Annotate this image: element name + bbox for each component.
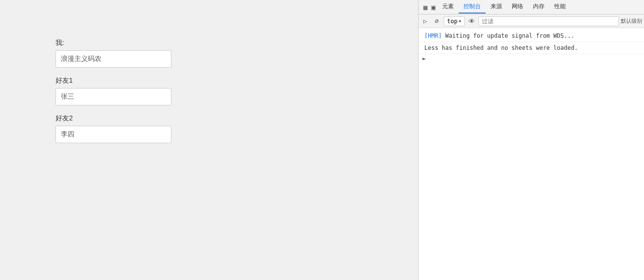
console-message-less: Less has finished and no sheets were loa… (419, 42, 644, 54)
friend2-label: 好友2 (56, 114, 418, 123)
clear-console-button[interactable]: ▷ (420, 16, 430, 26)
me-input[interactable]: 浪漫主义码农 (56, 50, 171, 68)
console-toolbar: ▷ ∅ top ▾ 👁 默认级别 (419, 15, 644, 28)
friend1-input[interactable]: 张三 (56, 88, 171, 105)
context-selector[interactable]: top ▾ (444, 16, 465, 26)
console-expand-arrow[interactable]: ► (419, 54, 644, 63)
less-message-text: Less has finished and no sheets were loa… (424, 44, 578, 51)
hmr-message-text: Waiting for update signal from WDS... (445, 32, 574, 39)
tab-performance[interactable]: 性能 (549, 0, 571, 14)
friend2-field-group: 好友2 李四 (56, 114, 418, 143)
me-field-group: 我: 浪漫主义码农 (56, 39, 418, 68)
friend1-label: 好友1 (56, 76, 418, 85)
devtools-panel: ▦ ▣ 元素 控制台 来源 网络 内存 性能 ▷ ∅ top ▾ 👁 默认级别 (418, 0, 644, 280)
inspect-icon[interactable]: ▣ (429, 2, 437, 12)
eye-button[interactable]: 👁 (467, 16, 476, 26)
friend2-input[interactable]: 李四 (56, 126, 171, 143)
tab-sources[interactable]: 来源 (486, 0, 507, 14)
context-value: top (447, 18, 458, 25)
chevron-down-icon: ▾ (459, 18, 462, 24)
filter-input[interactable] (478, 16, 619, 26)
tab-memory[interactable]: 内存 (528, 0, 549, 14)
sidebar-toggle-icon[interactable]: ▦ (421, 2, 429, 12)
tab-console[interactable]: 控制台 (459, 0, 486, 14)
console-message-hmr: [HMR] Waiting for update signal from WDS… (419, 30, 644, 42)
tab-network[interactable]: 网络 (507, 0, 528, 14)
devtools-top-tabs: ▦ ▣ 元素 控制台 来源 网络 内存 性能 (419, 0, 644, 15)
arrow-icon: ► (422, 55, 426, 62)
console-messages: [HMR] Waiting for update signal from WDS… (419, 28, 644, 280)
me-label: 我: (56, 39, 418, 47)
no-entry-button[interactable]: ∅ (432, 16, 442, 26)
friend1-field-group: 好友1 张三 (56, 76, 418, 105)
main-panel: 我: 浪漫主义码农 好友1 张三 好友2 李四 (0, 0, 418, 280)
level-selector[interactable]: 默认级别 (621, 17, 642, 25)
hmr-tag: [HMR] (424, 32, 442, 39)
tab-elements[interactable]: 元素 (437, 0, 459, 14)
